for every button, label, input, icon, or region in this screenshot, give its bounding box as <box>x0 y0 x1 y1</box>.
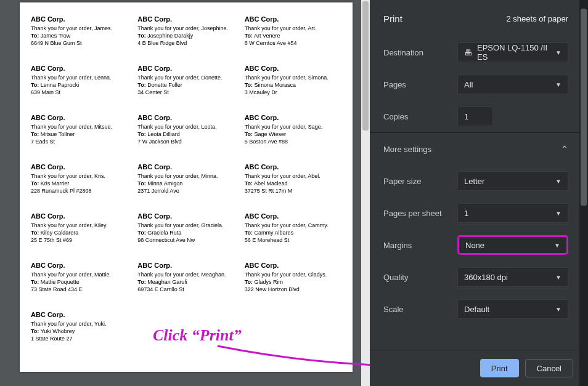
pages-select[interactable]: All ▼ <box>457 74 568 94</box>
pps-value: 1 <box>464 209 468 218</box>
scale-select[interactable]: Default ▼ <box>457 299 568 319</box>
pages-label: Pages <box>383 80 457 89</box>
print-settings-sidebar: Print 2 sheets of paper Destination 🖶 EP… <box>370 0 588 386</box>
address-label: ABC Corp.Thank you for your order, Yuki.… <box>31 310 128 358</box>
address-label: ABC Corp.Thank you for your order, Graci… <box>137 212 234 260</box>
row-pages: Pages All ▼ <box>370 68 579 100</box>
chevron-down-icon: ▼ <box>555 178 561 185</box>
preview-scrollbar[interactable] <box>361 0 370 386</box>
margins-select[interactable]: None ▼ <box>457 235 568 255</box>
row-destination: Destination 🖶 EPSON LQ-1150 /II ES ▼ <box>370 36 579 68</box>
chevron-down-icon: ▼ <box>555 210 561 217</box>
scale-label: Scale <box>383 305 457 314</box>
dialog-title: Print <box>383 14 402 24</box>
quality-value: 360x180 dpi <box>464 273 508 282</box>
paper-size-label: Paper size <box>383 177 457 186</box>
quality-label: Quality <box>383 273 457 282</box>
address-label: ABC Corp.Thank you for your order, Meagh… <box>137 261 234 309</box>
destination-select[interactable]: 🖶 EPSON LQ-1150 /II ES ▼ <box>457 42 568 62</box>
sheet-count: 2 sheets of paper <box>507 14 568 23</box>
print-button[interactable]: Print <box>480 359 519 377</box>
pps-select[interactable]: 1 ▼ <box>457 203 568 223</box>
more-settings-toggle[interactable]: More settings ⌃ <box>370 132 579 165</box>
destination-value: EPSON LQ-1150 /II ES <box>477 43 555 62</box>
address-label: ABC Corp.Thank you for your order, Mitsu… <box>31 113 128 161</box>
paper-size-select[interactable]: Letter ▼ <box>457 171 568 191</box>
row-scale: Scale Default ▼ <box>370 293 579 325</box>
sidebar-scrollbar-thumb[interactable] <box>581 9 587 206</box>
preview-scrollbar-thumb[interactable] <box>362 1 369 131</box>
address-label: ABC Corp.Thank you for your order, Matti… <box>31 261 128 309</box>
pages-value: All <box>464 80 473 89</box>
address-label: ABC Corp.Thank you for your order, Art.T… <box>245 15 341 63</box>
dialog-footer: Print Cancel <box>370 350 588 386</box>
cancel-button[interactable]: Cancel <box>525 359 573 377</box>
row-copies: Copies 1 <box>370 100 579 132</box>
chevron-down-icon: ▼ <box>555 306 561 313</box>
paper-size-value: Letter <box>464 177 484 186</box>
address-label: ABC Corp.Thank you for your order, James… <box>31 15 128 63</box>
address-label: ABC Corp.Thank you for your order, Kris.… <box>31 163 128 211</box>
address-label: ABC Corp.Thank you for your order, Donet… <box>137 64 234 112</box>
cancel-button-label: Cancel <box>537 364 561 373</box>
sidebar-header: Print 2 sheets of paper <box>370 0 579 36</box>
print-preview-pane: ABC Corp.Thank you for your order, James… <box>0 0 370 386</box>
more-settings-label: More settings <box>383 145 431 154</box>
margins-value: None <box>465 241 484 250</box>
chevron-down-icon: ▼ <box>555 81 561 88</box>
address-label: ABC Corp.Thank you for your order, Glady… <box>245 261 341 309</box>
row-paper-size: Paper size Letter ▼ <box>370 165 579 197</box>
margins-label: Margins <box>383 241 457 250</box>
address-label: ABC Corp.Thank you for your order, Kiley… <box>31 212 128 260</box>
copies-input[interactable]: 1 <box>457 107 493 126</box>
chevron-down-icon: ▼ <box>555 274 561 281</box>
row-quality: Quality 360x180 dpi ▼ <box>370 261 579 293</box>
destination-label: Destination <box>383 48 457 57</box>
address-label: ABC Corp.Thank you for your order, Abel.… <box>245 163 341 211</box>
pps-label: Pages per sheet <box>383 209 457 218</box>
address-label: ABC Corp.Thank you for your order, Sage.… <box>245 113 341 161</box>
quality-select[interactable]: 360x180 dpi ▼ <box>457 267 568 287</box>
sidebar-scrollbar[interactable] <box>579 0 588 386</box>
chevron-down-icon: ▼ <box>554 242 560 249</box>
printer-icon: 🖶 <box>464 48 472 57</box>
address-label: ABC Corp.Thank you for your order, Josep… <box>137 15 234 63</box>
row-pages-per-sheet: Pages per sheet 1 ▼ <box>370 197 579 229</box>
chevron-up-icon: ⌃ <box>561 144 568 154</box>
scale-value: Default <box>464 305 489 314</box>
copies-value: 1 <box>464 112 468 121</box>
copies-label: Copies <box>383 112 457 121</box>
address-label: ABC Corp.Thank you for your order, Simon… <box>245 64 341 112</box>
address-label: ABC Corp.Thank you for your order, Lenna… <box>31 64 128 112</box>
chevron-down-icon: ▼ <box>555 49 561 56</box>
address-label: ABC Corp.Thank you for your order, Leota… <box>137 113 234 161</box>
row-margins: Margins None ▼ <box>370 229 579 261</box>
address-label: ABC Corp.Thank you for your order, Cammy… <box>245 212 341 260</box>
address-label: ABC Corp.Thank you for your order, Minna… <box>137 163 234 211</box>
print-button-label: Print <box>491 364 508 373</box>
preview-page: ABC Corp.Thank you for your order, James… <box>20 2 353 372</box>
